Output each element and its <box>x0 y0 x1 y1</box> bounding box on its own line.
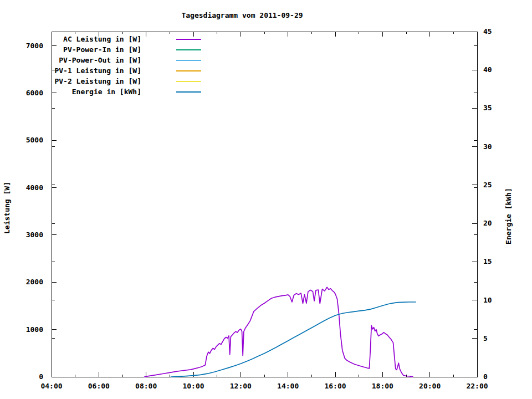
legend: AC Leistung in [W] PV-Power-In in [W] PV… <box>54 35 201 96</box>
x-tick-label: 14:00 <box>277 382 299 390</box>
y-right-tick-label: 35 <box>483 104 492 112</box>
y-left-tick-label: 4000 <box>26 183 43 192</box>
left-axis-title: Leistung [W] <box>3 182 11 234</box>
series-line-energie-in-kwh- <box>171 302 416 377</box>
legend-label-energie: Energie in [kWh] <box>72 88 141 96</box>
y-left-tick-label: 5000 <box>26 136 43 144</box>
y-right-tick-label: 10 <box>483 296 492 304</box>
x-tick-label: 20:00 <box>419 382 441 390</box>
y-right-tick-label: 15 <box>483 257 492 265</box>
y-right-tick-label: 20 <box>483 219 492 227</box>
legend-label-pv1-leistung: PV-1 Leistung in [W] <box>54 66 141 75</box>
x-tick-label: 22:00 <box>466 382 488 390</box>
x-tick-label: 16:00 <box>324 382 346 390</box>
y-right-tick-label: 30 <box>483 142 492 151</box>
y-right-tick-label: 0 <box>483 372 488 381</box>
y-left-tick-label: 2000 <box>26 278 43 286</box>
right-axis-title: Energie [kWh] <box>504 188 513 244</box>
legend-label-pv-power-in: PV-Power-In in [W] <box>63 45 141 54</box>
y-right-tick-label: 25 <box>483 181 492 189</box>
x-tick-label: 04:00 <box>40 382 62 390</box>
y-left-tick-label: 7000 <box>26 42 43 50</box>
y-left-tick-label: 1000 <box>26 325 43 334</box>
y-left-tick-label: 6000 <box>26 89 43 97</box>
data-series <box>145 287 416 377</box>
legend-label-pv2-leistung: PV-2 Leistung in [W] <box>54 77 141 85</box>
legend-label-ac-leistung: AC Leistung in [W] <box>63 35 141 43</box>
x-tick-label: 06:00 <box>88 382 110 390</box>
series-line-ac-leistung-in-w- <box>145 287 413 377</box>
x-tick-label: 12:00 <box>230 382 252 390</box>
tagesdiagramm-plot: Tagesdiagramm vom 2011-09-29 Leistung [W… <box>0 0 532 399</box>
chart-canvas: Tagesdiagramm vom 2011-09-29 Leistung [W… <box>0 0 532 399</box>
y-right-tick-label: 5 <box>483 334 488 342</box>
y-right-tick-label: 45 <box>483 27 492 35</box>
y-left-tick-label: 3000 <box>26 231 43 239</box>
y-right-tick-label: 40 <box>483 65 492 74</box>
x-tick-label: 08:00 <box>135 382 157 390</box>
chart-title: Tagesdiagramm vom 2011-09-29 <box>181 11 303 19</box>
legend-label-pv-power-out: PV-Power-Out in [W] <box>59 56 141 64</box>
x-tick-label: 10:00 <box>182 382 204 390</box>
x-tick-label: 18:00 <box>372 382 393 390</box>
y-left-tick-label: 0 <box>39 372 43 381</box>
